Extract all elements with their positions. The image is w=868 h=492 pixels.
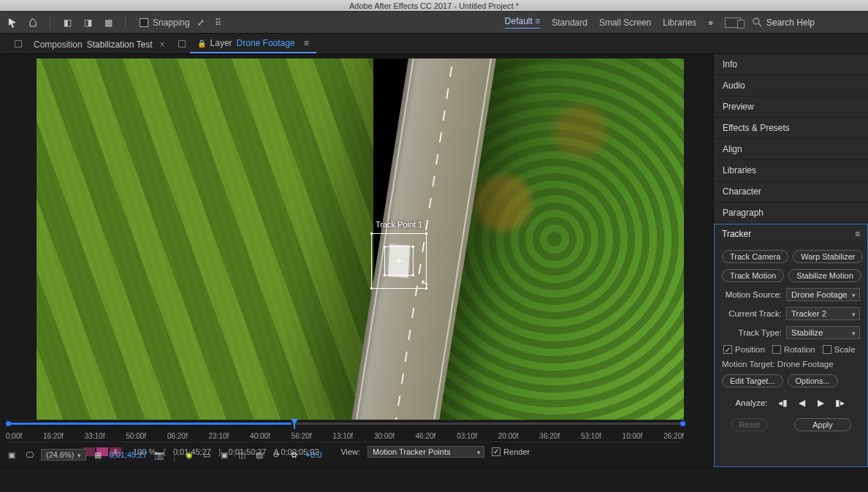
current-track-label: Current Track:	[722, 309, 782, 318]
analyze-step-back-icon[interactable]: ◂▮	[777, 396, 790, 409]
svg-line-1	[758, 23, 761, 26]
tool-icon[interactable]: ◨	[81, 16, 94, 29]
track-type-label: Track Type:	[722, 328, 782, 337]
workspace-small-screen[interactable]: Small Screen	[599, 18, 651, 28]
hand-tool-icon[interactable]	[26, 16, 39, 29]
analyze-step-forward-icon[interactable]: ▮▸	[834, 396, 847, 409]
snap-opt-icon[interactable]: ⤢	[194, 16, 208, 29]
svg-point-0	[753, 18, 759, 24]
lock-icon: 🔒	[197, 39, 206, 48]
scale-checkbox[interactable]: Scale	[823, 345, 856, 354]
panel-libraries[interactable]: Libraries	[714, 160, 868, 181]
monitor-icon[interactable]: 🖵	[23, 449, 35, 461]
track-point-label: Track Point 1	[376, 220, 422, 229]
selection-tool-icon[interactable]	[6, 16, 19, 29]
snapshot-icon[interactable]: 📷	[153, 449, 165, 461]
screens-icon[interactable]	[725, 18, 741, 28]
bottom-area	[0, 467, 868, 492]
window-title: Adobe After Effects CC 2017 - Untitled P…	[0, 0, 868, 12]
viewer-panel: Track Point 1 ↖ 0;00f16:20f 33:10f50:00f…	[0, 54, 713, 467]
transparency-icon[interactable]: ▨	[254, 449, 265, 461]
panel-audio[interactable]: Audio	[714, 75, 868, 96]
panel-align[interactable]: Align	[714, 139, 868, 160]
divider	[125, 16, 126, 29]
aerial-footage	[37, 58, 684, 420]
snapping-label: Snapping	[153, 18, 190, 28]
exposure-value[interactable]: +0.0	[306, 450, 322, 459]
tab-composition[interactable]: Composition Stabilization Test ×	[26, 35, 172, 53]
zoom-select[interactable]: (24.6%)▾	[41, 449, 86, 461]
panel-effects-presets[interactable]: Effects & Presets	[714, 118, 868, 139]
close-icon[interactable]: ×	[160, 39, 165, 50]
track-camera-button[interactable]: Track Camera	[722, 250, 788, 263]
panel-info[interactable]: Info	[714, 54, 868, 75]
panel-menu-icon[interactable]: ≡	[855, 229, 860, 239]
workspace-libraries[interactable]: Libraries	[663, 18, 696, 28]
panel-tabs: Composition Stabilization Test × 🔒 Layer…	[0, 34, 868, 54]
workspace-standard[interactable]: Standard	[552, 18, 587, 28]
aperture-icon[interactable]: ✿	[289, 449, 300, 461]
options-button[interactable]: Options...	[788, 374, 838, 387]
svg-rect-3	[294, 424, 295, 429]
tool-icon[interactable]: ◧	[61, 16, 74, 29]
panel-preview[interactable]: Preview	[714, 96, 868, 118]
position-checkbox[interactable]: ✓Position	[723, 345, 765, 354]
search-icon	[753, 18, 762, 27]
reset-button: Reset	[731, 418, 768, 431]
color-icon[interactable]: ◉	[183, 449, 195, 461]
refresh-icon[interactable]: ⟳	[271, 449, 283, 461]
snapping-toggle[interactable]: Snapping ⤢ ⠿	[136, 15, 229, 31]
status-timecode[interactable]: 0;01;45;27	[110, 450, 148, 459]
current-track-select[interactable]: Tracker 2▾	[786, 307, 860, 320]
workspace-overflow-icon[interactable]: »	[708, 18, 713, 28]
status-bar: ▣ 🖵 (24.6%)▾ ▦ 0;01;45;27 📷 ◉ ▭ ▣ ◫ ▨ ⟳ …	[6, 445, 684, 464]
tab-toggle-icon[interactable]	[178, 40, 186, 48]
panel-character[interactable]: Character	[714, 181, 868, 203]
analyze-label: Analyze:	[735, 398, 767, 407]
panel-paragraph[interactable]: Paragraph	[714, 203, 868, 224]
edit-target-button[interactable]: Edit Target...	[722, 374, 783, 387]
motion-source-label: Motion Source:	[722, 290, 782, 299]
search-help[interactable]: Search Help	[753, 18, 862, 28]
time-ruler[interactable]: 0;00f16:20f 33:10f50:00f 06:20f23:10f 40…	[6, 420, 684, 442]
main-toolbar: ◧ ◨ ▦ Snapping ⤢ ⠿ Default ≡ Standard Sm…	[0, 12, 868, 34]
stabilize-motion-button[interactable]: Stabilize Motion	[788, 269, 861, 282]
track-point-overlay[interactable]: Track Point 1	[371, 233, 427, 289]
grid-icon[interactable]: ▦	[92, 449, 104, 461]
footage-viewport[interactable]: Track Point 1 ↖	[37, 58, 684, 420]
tab-toggle-icon[interactable]	[15, 40, 22, 48]
motion-target-text: Motion Target: Drone Footage	[722, 360, 860, 368]
analyze-back-icon[interactable]: ◀	[796, 396, 809, 409]
analyze-forward-icon[interactable]: ▶	[815, 396, 828, 409]
right-panels: Info Audio Preview Effects & Presets Ali…	[713, 54, 868, 467]
rotation-checkbox[interactable]: Rotation	[772, 345, 815, 354]
tracker-panel: Tracker ≡ Track Camera Warp Stabilizer T…	[714, 224, 868, 467]
tab-layer[interactable]: 🔒 Layer Drone Footage ≡	[190, 34, 316, 53]
tool-icon[interactable]: ▦	[102, 16, 115, 29]
current-time-indicator[interactable]	[291, 419, 298, 429]
svg-marker-2	[291, 419, 298, 425]
apply-button[interactable]: Apply	[794, 418, 851, 431]
track-motion-button[interactable]: Track Motion	[722, 269, 784, 282]
snap-opt-icon[interactable]: ⠿	[212, 16, 225, 29]
tracker-title: Tracker	[722, 229, 751, 239]
warp-stabilizer-button[interactable]: Warp Stabilizer	[793, 250, 863, 263]
tab-menu-icon[interactable]: ≡	[304, 38, 309, 48]
mask-icon[interactable]: ▭	[201, 449, 213, 461]
workspace-default[interactable]: Default ≡	[505, 16, 540, 29]
divider	[50, 16, 50, 29]
safe-zone-icon[interactable]: ▣	[218, 449, 230, 461]
layer-icon[interactable]: ▣	[6, 449, 18, 461]
channel-icon[interactable]: ◫	[236, 449, 248, 461]
track-type-select[interactable]: Stabilize▾	[786, 326, 860, 339]
motion-source-select[interactable]: Drone Footage▾	[786, 288, 860, 301]
